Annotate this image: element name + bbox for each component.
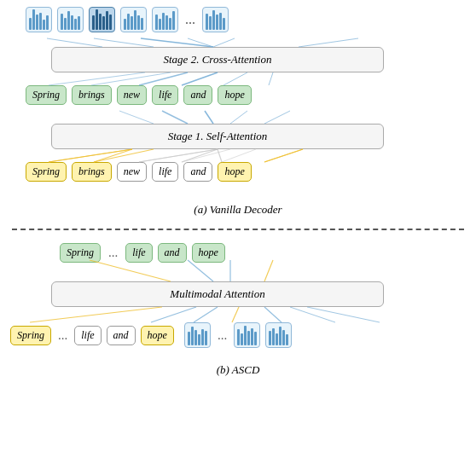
spec-icon-4 [120,7,147,32]
svg-line-13 [91,72,171,85]
stage2-label: Stage 2. Cross-Attention [164,53,272,67]
b-spec-icon-1 [184,322,211,348]
part-b: Spring ... life and hope Multimodal Atte… [0,237,476,469]
top-icons-row: ... [26,7,229,32]
green-token-2: new [117,85,147,105]
svg-line-11 [299,38,358,47]
yellow-token-3: life [152,162,178,182]
yellow-tokens-row: Spring brings new life and hope [26,162,252,182]
svg-line-21 [182,149,230,162]
svg-line-16 [223,72,247,85]
arrows-a [0,0,476,234]
spec-icon-5 [152,7,178,32]
stage2-box: Stage 2. Cross-Attention [51,47,384,72]
caption-b: (b) ASCD [0,363,476,377]
svg-line-3 [182,149,218,162]
svg-line-10 [213,38,235,47]
svg-line-32 [264,260,273,281]
top-tokens-row-b: Spring ... life and hope [60,243,225,263]
spec-icon-1 [26,7,52,32]
svg-line-4 [218,149,222,162]
b-ellipsis-3: ... [216,328,229,343]
svg-line-25 [162,111,188,124]
yellow-token-4: and [183,162,212,182]
dashed-separator [12,229,464,230]
green-token-3: life [152,85,178,105]
b-bot-token-spring: Spring [10,326,51,345]
svg-line-14 [139,72,188,85]
caption-a: (a) Vanilla Decoder [0,203,476,217]
svg-line-8 [141,38,213,47]
svg-line-20 [139,149,218,162]
svg-line-35 [194,307,218,322]
svg-line-33 [30,307,162,322]
green-tokens-row: Spring brings new life and hope [26,85,252,105]
svg-line-7 [94,38,154,47]
b-top-token-spring: Spring [60,243,101,263]
svg-line-36 [232,307,239,322]
multimodal-box: Multimodal Attention [51,281,384,307]
svg-line-28 [264,111,290,124]
svg-line-15 [182,72,218,85]
multimodal-label: Multimodal Attention [170,287,264,301]
b-spec-icon-3 [265,322,292,348]
stage1-box: Stage 1. Self-Attention [51,124,384,149]
diagram: ... Stage 2. Cross-Attention Spring brin… [0,0,476,469]
svg-line-0 [49,149,132,162]
svg-line-22 [222,149,256,162]
svg-line-26 [205,111,213,124]
yellow-token-5: hope [218,162,251,182]
green-token-1: brings [72,85,112,105]
svg-line-29 [90,260,171,281]
bottom-row-b: Spring ... life and hope ... [10,322,292,348]
svg-line-38 [290,307,335,322]
b-spec-icon-2 [234,322,260,348]
yellow-token-0: Spring [26,162,67,182]
svg-line-17 [269,72,273,85]
b-bot-token-hope: hope [141,326,174,345]
svg-line-1 [94,149,132,162]
b-top-token-and: and [158,243,187,263]
green-token-4: and [183,85,212,105]
stage1-label: Stage 1. Self-Attention [168,130,268,143]
svg-line-24 [119,111,154,124]
svg-line-37 [264,307,282,322]
part-a: ... Stage 2. Cross-Attention Spring brin… [0,0,476,234]
ellipsis-1: ... [183,12,197,27]
svg-line-2 [139,149,218,162]
b-ellipsis-2: ... [56,328,69,343]
svg-line-34 [151,307,196,322]
svg-line-19 [94,149,154,162]
b-ellipsis-1: ... [106,246,120,260]
b-bot-token-and: and [107,326,136,345]
arrows-b [0,237,476,469]
svg-line-27 [230,111,247,124]
svg-line-30 [188,260,213,281]
spec-icon-6 [202,7,229,32]
yellow-token-2: new [117,162,147,182]
svg-line-18 [49,149,132,162]
spec-icon-3-highlighted [89,7,115,32]
svg-line-39 [307,307,380,322]
b-top-token-hope: hope [192,243,225,263]
svg-line-5 [264,149,303,162]
svg-line-9 [188,38,213,47]
b-top-token-life: life [125,243,152,263]
green-token-5: hope [218,85,251,105]
svg-line-6 [47,38,102,47]
yellow-token-1: brings [72,162,112,182]
svg-line-12 [49,72,145,85]
b-bot-token-life: life [74,326,101,345]
green-token-0: Spring [26,85,67,105]
svg-line-23 [264,149,303,162]
spec-icon-2 [57,7,84,32]
